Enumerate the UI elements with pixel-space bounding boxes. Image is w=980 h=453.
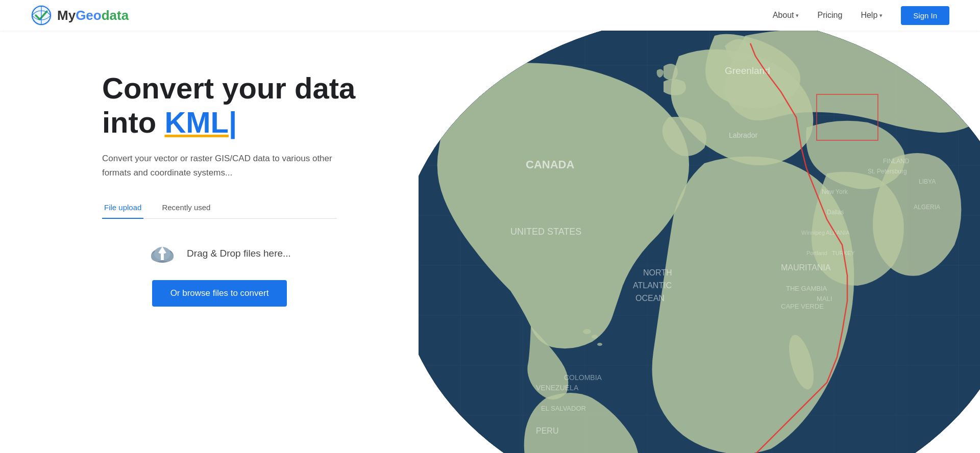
sign-in-button[interactable]: Sign In [901,6,949,25]
left-panel: Convert your data into KML| Convert your… [0,31,419,453]
svg-text:COLOMBIA: COLOMBIA [564,373,602,382]
right-panel: CANADA UNITED STATES PERU BRAZIL BOLIVIA… [419,31,980,453]
svg-text:VENEZUELA: VENEZUELA [536,384,579,392]
nav-pricing[interactable]: Pricing [817,11,842,20]
svg-text:New York: New York [822,188,848,195]
chevron-down-icon: ▾ [796,12,799,19]
world-map-svg: CANADA UNITED STATES PERU BRAZIL BOLIVIA… [419,31,980,453]
svg-text:Dallas: Dallas [827,209,844,216]
svg-text:UNITED STATES: UNITED STATES [510,226,581,237]
hero-title: Convert your data into KML| [102,71,378,139]
svg-text:ATLANTIC: ATLANTIC [633,281,672,290]
logo-icon [31,5,52,26]
nav-help[interactable]: Help ▾ [861,11,883,20]
svg-text:LIBYA: LIBYA [919,178,936,185]
upload-tabs: File upload Recently used [102,198,337,219]
svg-point-71 [957,38,971,44]
hero-title-kml: KML| [164,106,237,139]
nav-about[interactable]: About ▾ [773,11,799,20]
tab-recently-used[interactable]: Recently used [160,198,212,219]
svg-text:MALI: MALI [817,295,832,303]
svg-text:Labrador: Labrador [729,131,757,139]
svg-text:EL SALVADOR: EL SALVADOR [541,405,586,412]
svg-text:OCEAN: OCEAN [635,294,665,303]
drag-drop-text: Drag & Drop files here... [187,248,291,259]
logo[interactable]: MyGeodata [31,5,129,26]
nav-help-label: Help [861,11,877,20]
logo-text-my: My [57,8,76,23]
svg-text:PERU: PERU [536,426,558,435]
main-content: Convert your data into KML| Convert your… [0,31,980,453]
logo-text-data: data [102,8,129,23]
hero-title-line2-prefix: into [102,106,164,139]
main-nav: About ▾ Pricing Help ▾ Sign In [773,6,949,25]
nav-pricing-label: Pricing [817,11,842,20]
cloud-upload-icon [148,239,177,268]
svg-text:CANADA: CANADA [526,158,574,171]
svg-point-29 [583,329,591,334]
svg-text:NORTH: NORTH [643,268,672,277]
tab-file-upload[interactable]: File upload [102,198,143,219]
svg-text:FINLAND: FINLAND [883,158,910,165]
svg-point-31 [597,343,602,346]
svg-text:ALGERIA: ALGERIA [914,204,940,211]
header: MyGeodata About ▾ Pricing Help ▾ Sign In [0,0,980,31]
hero-subtitle: Convert your vector or raster GIS/CAD da… [102,152,347,179]
svg-point-30 [592,335,598,339]
nav-about-label: About [773,11,794,20]
svg-text:MAURITANIA: MAURITANIA [781,263,831,272]
upload-area: Drag & Drop files here... Or browse file… [102,219,337,323]
svg-text:Portland: Portland [806,250,827,256]
drag-drop-row: Drag & Drop files here... [148,239,291,268]
browse-files-button[interactable]: Or browse files to convert [152,280,287,307]
svg-text:CAPE VERDE: CAPE VERDE [781,303,824,310]
svg-text:Winnipeg: Winnipeg [801,230,825,236]
text-cursor: | [229,106,237,139]
svg-text:THE GAMBIA: THE GAMBIA [786,285,827,292]
logo-text-geo: Geo [76,8,102,23]
chevron-down-icon-2: ▾ [879,12,883,19]
globe-map: CANADA UNITED STATES PERU BRAZIL BOLIVIA… [419,31,980,453]
svg-text:ALBANIA: ALBANIA [826,230,850,236]
hero-title-line1: Convert your data [102,71,355,105]
svg-text:St. Petersburg: St. Petersburg [868,168,907,175]
